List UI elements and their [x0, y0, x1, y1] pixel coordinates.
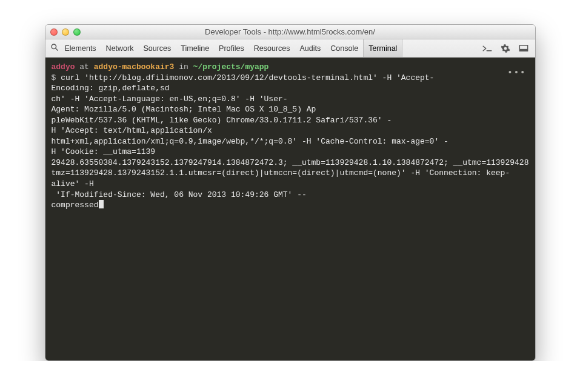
prompt-in: in: [174, 62, 193, 71]
tab-network[interactable]: Network: [101, 39, 139, 57]
svg-rect-4: [519, 49, 527, 51]
prompt-at: at: [75, 62, 94, 71]
tabs: ElementsNetworkSourcesTimelineProfilesRe…: [60, 39, 403, 57]
tab-console[interactable]: Console: [325, 39, 363, 57]
search-icon[interactable]: [49, 43, 60, 53]
toolbar: ElementsNetworkSourcesTimelineProfilesRe…: [45, 39, 535, 58]
prompt-host: addyo-macbookair3: [94, 62, 175, 71]
tab-timeline[interactable]: Timeline: [176, 39, 214, 57]
tab-profiles[interactable]: Profiles: [214, 39, 249, 57]
tab-sources[interactable]: Sources: [138, 39, 176, 57]
terminal-panel[interactable]: ••• addyo at addyo-macbookair3 in ~/proj…: [45, 58, 535, 360]
close-icon[interactable]: [50, 28, 58, 36]
tab-label: Resources: [254, 44, 290, 53]
traffic-lights: [50, 28, 81, 36]
console-drawer-icon[interactable]: [479, 42, 495, 55]
zoom-icon[interactable]: [73, 28, 81, 36]
window-title: Developer Tools - http://www.html5rocks.…: [45, 27, 535, 36]
tab-label: Elements: [65, 44, 96, 53]
more-icon[interactable]: •••: [507, 67, 526, 79]
prompt-user: addyo: [52, 62, 75, 71]
tab-label: Profiles: [219, 44, 244, 53]
titlebar: Developer Tools - http://www.html5rocks.…: [45, 25, 535, 39]
gear-icon[interactable]: [498, 42, 513, 55]
prompt-path: ~/projects/myapp: [193, 62, 269, 71]
tab-elements[interactable]: Elements: [60, 39, 101, 57]
cursor-icon: [99, 200, 104, 208]
toolbar-right: [479, 42, 532, 55]
devtools-window: Developer Tools - http://www.html5rocks.…: [45, 24, 536, 361]
terminal-content: addyo at addyo-macbookair3 in ~/projects…: [52, 62, 529, 211]
tab-label: Terminal: [368, 44, 397, 53]
tab-label: Timeline: [181, 44, 209, 53]
tab-label: Network: [106, 44, 134, 53]
tab-label: Audits: [300, 44, 321, 53]
terminal-command: curl 'http://blog.dfilimonov.com/2013/09…: [52, 73, 529, 210]
tab-audits[interactable]: Audits: [295, 39, 326, 57]
prompt-symbol: $: [52, 73, 56, 82]
tab-label: Sources: [143, 44, 171, 53]
svg-line-1: [55, 48, 58, 51]
tab-resources[interactable]: Resources: [249, 39, 295, 57]
tab-label: Console: [330, 44, 358, 53]
dock-icon[interactable]: [516, 42, 532, 55]
tab-terminal[interactable]: Terminal: [363, 39, 402, 57]
minimize-icon[interactable]: [62, 28, 69, 36]
